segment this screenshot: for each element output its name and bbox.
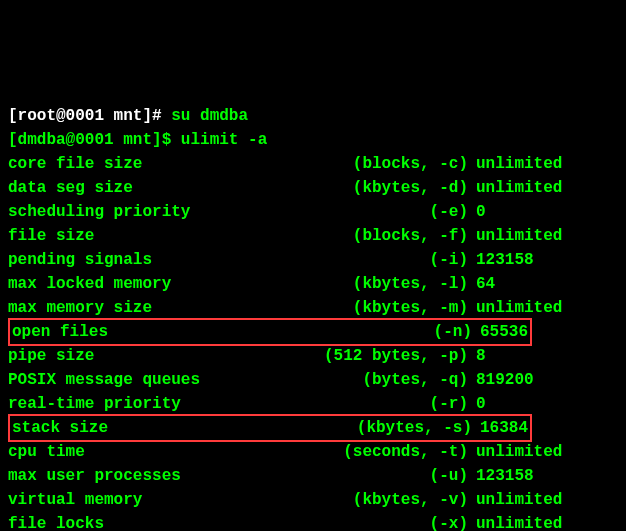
limit-value: unlimited xyxy=(468,296,562,320)
limit-name: open files xyxy=(12,320,272,344)
ulimit-row: stack size(kbytes, -s)16384 xyxy=(12,416,528,440)
limit-unit: (bytes, -q) xyxy=(268,368,468,392)
limit-value: 0 xyxy=(468,200,486,224)
limit-name: cpu time xyxy=(8,440,268,464)
limit-value: 123158 xyxy=(468,248,534,272)
ulimit-row: core file size(blocks, -c)unlimited xyxy=(8,152,618,176)
ulimit-row: pending signals(-i)123158 xyxy=(8,248,618,272)
limit-value: unlimited xyxy=(468,512,562,531)
limit-unit: (-r) xyxy=(268,392,468,416)
terminal[interactable]: [root@0001 mnt]# su dmdba[dmdba@0001 mnt… xyxy=(8,104,618,531)
limit-name: real-time priority xyxy=(8,392,268,416)
limit-name: file size xyxy=(8,224,268,248)
limit-unit: (512 bytes, -p) xyxy=(268,344,468,368)
limit-unit: (-n) xyxy=(272,320,472,344)
limit-name: virtual memory xyxy=(8,488,268,512)
limit-name: pipe size xyxy=(8,344,268,368)
limit-unit: (kbytes, -s) xyxy=(272,416,472,440)
limit-value: 64 xyxy=(468,272,495,296)
limit-name: data seg size xyxy=(8,176,268,200)
ulimit-row: pipe size(512 bytes, -p)8 xyxy=(8,344,618,368)
limit-name: core file size xyxy=(8,152,268,176)
limit-unit: (kbytes, -l) xyxy=(268,272,468,296)
limit-unit: (-i) xyxy=(268,248,468,272)
limit-value: unlimited xyxy=(468,488,562,512)
limit-name: stack size xyxy=(12,416,272,440)
ulimit-row: file size(blocks, -f)unlimited xyxy=(8,224,618,248)
limit-unit: (-e) xyxy=(268,200,468,224)
limit-name: pending signals xyxy=(8,248,268,272)
ulimit-output: core file size(blocks, -c)unlimiteddata … xyxy=(8,152,618,531)
ulimit-row: virtual memory(kbytes, -v)unlimited xyxy=(8,488,618,512)
limit-value: unlimited xyxy=(468,152,562,176)
limit-value: 123158 xyxy=(468,464,534,488)
limit-value: unlimited xyxy=(468,440,562,464)
limit-name: POSIX message queues xyxy=(8,368,268,392)
su-command: su dmdba xyxy=(171,107,248,125)
ulimit-row: data seg size(kbytes, -d)unlimited xyxy=(8,176,618,200)
limit-value: 8 xyxy=(468,344,486,368)
ulimit-row: real-time priority(-r)0 xyxy=(8,392,618,416)
limit-name: max memory size xyxy=(8,296,268,320)
limit-value: 0 xyxy=(468,392,486,416)
limit-unit: (blocks, -f) xyxy=(268,224,468,248)
limit-value: unlimited xyxy=(468,176,562,200)
limit-value: unlimited xyxy=(468,224,562,248)
ulimit-row: scheduling priority(-e)0 xyxy=(8,200,618,224)
limit-unit: (kbytes, -v) xyxy=(268,488,468,512)
user-prompt: [dmdba@0001 mnt]$ xyxy=(8,131,181,149)
ulimit-row: cpu time(seconds, -t)unlimited xyxy=(8,440,618,464)
ulimit-row: max memory size(kbytes, -m)unlimited xyxy=(8,296,618,320)
limit-unit: (-u) xyxy=(268,464,468,488)
limit-unit: (-x) xyxy=(268,512,468,531)
limit-unit: (kbytes, -m) xyxy=(268,296,468,320)
limit-value: 65536 xyxy=(472,320,528,344)
ulimit-row: POSIX message queues(bytes, -q)819200 xyxy=(8,368,618,392)
ulimit-row: max locked memory(kbytes, -l)64 xyxy=(8,272,618,296)
limit-name: max user processes xyxy=(8,464,268,488)
ulimit-row: max user processes(-u)123158 xyxy=(8,464,618,488)
limit-name: scheduling priority xyxy=(8,200,268,224)
root-prompt: [root@0001 mnt]# xyxy=(8,107,171,125)
limit-unit: (seconds, -t) xyxy=(268,440,468,464)
ulimit-row: open files(-n)65536 xyxy=(12,320,528,344)
limit-unit: (kbytes, -d) xyxy=(268,176,468,200)
limit-value: 16384 xyxy=(472,416,528,440)
limit-unit: (blocks, -c) xyxy=(268,152,468,176)
ulimit-row: file locks(-x)unlimited xyxy=(8,512,618,531)
limit-value: 819200 xyxy=(468,368,534,392)
ulimit-command: ulimit -a xyxy=(181,131,267,149)
limit-name: max locked memory xyxy=(8,272,268,296)
limit-name: file locks xyxy=(8,512,268,531)
